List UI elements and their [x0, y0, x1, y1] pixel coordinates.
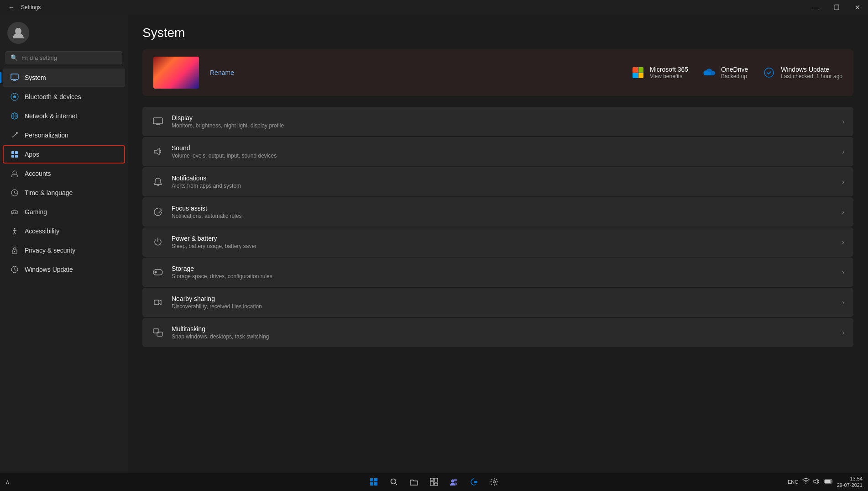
title-bar: ← Settings — ❐ ✕: [0, 0, 868, 15]
sidebar-item-gaming[interactable]: Gaming: [3, 203, 125, 221]
apps-icon: [10, 150, 19, 159]
setting-multitasking[interactable]: Multitasking Snap windows, desktops, tas…: [142, 318, 853, 347]
rename-section: Rename: [210, 69, 234, 77]
chevron-right-icon: ›: [842, 329, 844, 336]
display-icon: [152, 115, 164, 128]
winupdate-desc: Last checked: 1 hour ago: [781, 73, 842, 79]
svg-line-28: [15, 232, 16, 234]
sidebar-item-label: Privacy & security: [25, 247, 75, 254]
time-display: 13:54: [837, 475, 863, 482]
sidebar-item-label: Personalization: [25, 132, 68, 139]
sidebar-item-label: Time & language: [25, 189, 73, 196]
search-box[interactable]: 🔍: [5, 51, 122, 64]
setting-storage[interactable]: Storage Storage space, drives, configura…: [142, 258, 853, 287]
edge-button[interactable]: [465, 473, 483, 491]
date-display: 29-07-2021: [837, 482, 863, 488]
setting-desc: Snap windows, desktops, task switching: [172, 333, 835, 340]
svg-point-46: [391, 479, 396, 484]
main-content: System Rename: [128, 15, 868, 473]
setting-desc: Alerts from apps and system: [172, 183, 835, 189]
chevron-right-icon: ›: [842, 148, 844, 155]
file-explorer-button[interactable]: [405, 473, 423, 491]
setting-title: Focus assist: [172, 205, 835, 212]
sidebar-item-accessibility[interactable]: Accessibility: [3, 222, 125, 240]
sidebar-item-label: Bluetooth & devices: [25, 93, 81, 100]
setting-display[interactable]: Display Monitors, brightness, night ligh…: [142, 107, 853, 136]
taskbar: ∧: [0, 473, 868, 491]
sidebar-item-label: Windows Update: [25, 266, 73, 273]
setting-sound[interactable]: Sound Volume levels, output, input, soun…: [142, 137, 853, 166]
sidebar-item-network[interactable]: Network & internet: [3, 107, 125, 125]
setting-desc: Discoverability, received files location: [172, 303, 835, 310]
search-icon: 🔍: [10, 54, 18, 61]
sidebar-item-privacy[interactable]: Privacy & security: [3, 241, 125, 259]
setting-focus[interactable]: Focus assist Notifications, automatic ru…: [142, 197, 853, 227]
setting-nearby[interactable]: Nearby sharing Discoverability, received…: [142, 288, 853, 317]
svg-line-27: [13, 232, 15, 234]
sidebar-item-label: Gaming: [25, 208, 47, 216]
widgets-button[interactable]: [425, 473, 443, 491]
personalization-icon: [10, 131, 19, 140]
setting-power[interactable]: Power & battery Sleep, battery usage, ba…: [142, 227, 853, 257]
minimize-button[interactable]: —: [805, 0, 826, 15]
winupdate-icon: [763, 66, 775, 79]
ms365-desc: View benefits: [650, 73, 688, 79]
sidebar-item-update[interactable]: Windows Update: [3, 260, 125, 279]
sidebar-item-label: Network & internet: [25, 112, 77, 120]
privacy-icon: [10, 246, 19, 255]
chevron-right-icon: ›: [842, 269, 844, 276]
avatar: [7, 22, 29, 44]
setting-title: Notifications: [172, 174, 835, 182]
sidebar: 🔍 System Bluetooth & devices: [0, 15, 128, 473]
lang-indicator: ENG: [788, 479, 799, 485]
service-ms365: Microsoft 365 View benefits: [632, 66, 688, 79]
service-onedrive: OneDrive Backed up: [703, 66, 748, 79]
settings-button[interactable]: [485, 473, 503, 491]
back-button[interactable]: ←: [5, 2, 17, 13]
onedrive-desc: Backed up: [721, 73, 748, 79]
sidebar-item-apps[interactable]: Apps: [3, 145, 125, 164]
nearby-icon: [152, 296, 164, 309]
sidebar-item-personalization[interactable]: Personalization: [3, 126, 125, 144]
pc-image: [153, 57, 199, 89]
svg-marker-36: [154, 148, 159, 155]
svg-rect-19: [11, 211, 18, 214]
setting-desc: Volume levels, output, input, sound devi…: [172, 153, 835, 159]
sidebar-item-time[interactable]: Time & language: [3, 184, 125, 202]
sidebar-item-system[interactable]: System: [3, 69, 125, 87]
restore-button[interactable]: ❐: [826, 0, 847, 15]
accessibility-icon: [10, 227, 19, 236]
setting-title: Power & battery: [172, 235, 835, 242]
chevron-right-icon: ›: [842, 178, 844, 185]
svg-rect-51: [434, 483, 438, 486]
svg-rect-49: [434, 478, 438, 482]
svg-point-10: [16, 132, 18, 134]
notifications-icon: [152, 175, 164, 188]
setting-title: Nearby sharing: [172, 295, 835, 302]
close-button[interactable]: ✕: [847, 0, 868, 15]
start-button[interactable]: [365, 473, 383, 491]
teams-button[interactable]: [445, 473, 463, 491]
svg-point-54: [493, 481, 496, 483]
svg-line-18: [15, 193, 16, 194]
setting-notifications[interactable]: Notifications Alerts from apps and syste…: [142, 167, 853, 196]
storage-icon: [152, 266, 164, 279]
search-button[interactable]: [385, 473, 403, 491]
svg-rect-57: [825, 480, 831, 483]
svg-rect-40: [153, 329, 159, 333]
sidebar-item-accounts[interactable]: Accounts: [3, 164, 125, 183]
svg-rect-11: [11, 151, 14, 154]
rename-link[interactable]: Rename: [210, 69, 234, 76]
svg-rect-14: [15, 155, 18, 158]
svg-rect-42: [370, 478, 373, 481]
power-icon: [152, 236, 164, 248]
svg-rect-44: [370, 482, 373, 486]
svg-point-23: [15, 212, 16, 213]
ms365-icon: [632, 66, 644, 79]
sidebar-item-bluetooth[interactable]: Bluetooth & devices: [3, 88, 125, 106]
setting-title: Display: [172, 114, 835, 121]
svg-point-32: [764, 68, 774, 77]
system-icon: [10, 73, 19, 82]
system-tray-expand[interactable]: ∧: [5, 479, 10, 485]
search-input[interactable]: [21, 54, 117, 61]
